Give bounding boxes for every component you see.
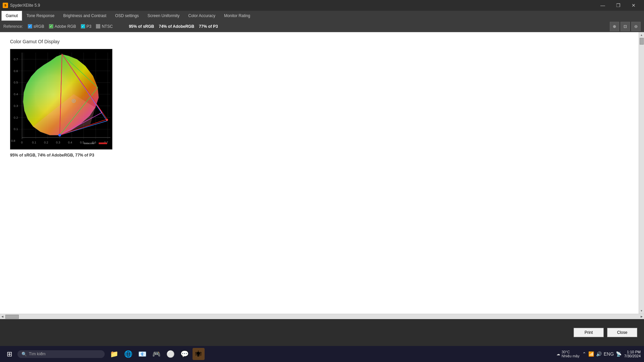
app-icon: S xyxy=(3,3,8,8)
srgb-label: sRGB xyxy=(34,24,44,29)
tab-brightness-contrast[interactable]: Brightness and Contrast xyxy=(59,11,111,21)
nav-bar: Gamut Tone Response Brightness and Contr… xyxy=(0,11,644,21)
svg-text:0.2: 0.2 xyxy=(14,116,18,119)
svg-point-44 xyxy=(106,119,108,121)
taskbar-spyder-icon[interactable]: 🕷 xyxy=(193,348,205,360)
srgb-value: 95% of sRGB xyxy=(129,24,154,29)
scroll-up-arrow[interactable]: ▲ xyxy=(640,33,644,37)
scroll-thumb[interactable] xyxy=(640,38,644,45)
date-display: 7/30/2024 xyxy=(624,354,641,358)
horizontal-scrollbar[interactable]: ◀ ▶ xyxy=(0,314,644,319)
p3-checkbox[interactable]: ✓ xyxy=(81,24,85,28)
close-action-button[interactable]: Close xyxy=(607,328,637,337)
svg-text:0.1: 0.1 xyxy=(14,127,18,131)
bottom-bar: Print Close xyxy=(0,319,644,346)
svg-text:0.3: 0.3 xyxy=(56,141,60,144)
cie-chart: 0 0.1 0.2 0.3 0.4 0.5 0.6 0.7 0.1 0.2 0.… xyxy=(10,49,112,149)
title-bar: S SpyderXElite 5.9 — ❐ ✕ xyxy=(0,0,644,11)
reference-label: Reference: xyxy=(3,24,23,29)
clock[interactable]: 1:10 PM 7/30/2024 xyxy=(624,350,641,358)
svg-text:datacolor: datacolor xyxy=(84,142,95,145)
tab-gamut[interactable]: Gamut xyxy=(1,11,22,21)
svg-text:0.7: 0.7 xyxy=(14,58,18,61)
content-area: Color Gamut Of Display xyxy=(0,32,639,314)
srgb-checkbox[interactable]: ✓ xyxy=(28,24,32,28)
taskbar-right: ☁ 30°C Nhiều mây ⌃ 📶 🔊 ENG 📡 1:10 PM 7/3… xyxy=(556,350,641,358)
app-title: SpyderXElite 5.9 xyxy=(10,3,40,8)
language-label[interactable]: ENG xyxy=(604,351,614,357)
taskbar-chrome-icon[interactable]: ⚪ xyxy=(164,348,176,360)
start-button[interactable]: ⊞ xyxy=(3,348,15,360)
adobe-rgb-value: 74% of AdobeRGB xyxy=(159,24,194,29)
taskbar-outlook-icon[interactable]: 📧 xyxy=(136,348,148,360)
restore-button[interactable]: ❐ xyxy=(610,0,626,11)
tab-osd-settings[interactable]: OSD settings xyxy=(111,11,143,21)
ref-p3: ✓ P3 xyxy=(81,24,92,29)
svg-rect-46 xyxy=(99,142,107,144)
network-icon[interactable]: 📶 xyxy=(588,351,594,357)
svg-text:0.3: 0.3 xyxy=(14,104,18,108)
ntsc-checkbox[interactable] xyxy=(96,24,100,28)
svg-point-42 xyxy=(73,100,74,102)
section-title: Color Gamut Of Display xyxy=(10,39,629,44)
zoom-out-button[interactable]: ⊖ xyxy=(631,22,641,31)
scroll-down-arrow[interactable]: ▼ xyxy=(640,309,644,313)
chevron-up-icon[interactable]: ⌃ xyxy=(582,351,586,357)
search-icon: 🔍 xyxy=(21,352,27,357)
zoom-in-button[interactable]: ⊕ xyxy=(610,22,619,31)
scroll-right-arrow[interactable]: ▶ xyxy=(639,315,644,318)
ref-adobe-rgb: ✓ Adobe RGB xyxy=(49,24,76,29)
scroll-left-arrow[interactable]: ◀ xyxy=(0,315,5,318)
weather-widget: ☁ 30°C Nhiều mây xyxy=(556,350,579,358)
weather-desc: Nhiều mây xyxy=(561,354,579,358)
minimize-button[interactable]: — xyxy=(595,0,610,11)
p3-label: P3 xyxy=(87,24,92,29)
adobe-rgb-checkbox[interactable]: ✓ xyxy=(49,24,53,28)
taskbar-search[interactable]: 🔍 xyxy=(17,350,105,358)
tab-screen-uniformity[interactable]: Screen Uniformity xyxy=(143,11,184,21)
tab-tone-response[interactable]: Tone Response xyxy=(22,11,59,21)
taskbar-files-icon[interactable]: 📁 xyxy=(108,348,120,360)
windows-logo-icon: ⊞ xyxy=(7,350,12,358)
svg-text:0.4: 0.4 xyxy=(14,93,18,96)
taskbar-msg-icon[interactable]: 💬 xyxy=(178,348,191,360)
wifi-icon[interactable]: 📡 xyxy=(616,351,622,357)
time-display: 1:10 PM xyxy=(624,350,641,354)
window-controls: — ❐ ✕ xyxy=(595,0,641,11)
weather-temp: 30°C xyxy=(561,350,579,354)
svg-text:0.1: 0.1 xyxy=(32,141,36,144)
svg-text:0.2: 0.2 xyxy=(44,141,48,144)
taskbar-browser-icon[interactable]: 🌐 xyxy=(122,348,134,360)
taskbar-steam-icon[interactable]: 🎮 xyxy=(150,348,162,360)
zoom-fit-button[interactable]: ⊡ xyxy=(621,22,630,31)
svg-point-43 xyxy=(58,134,61,136)
chart-caption: 95% of sRGB, 74% of AdobeRGB, 77% of P3 xyxy=(10,153,629,158)
taskbar-app-icons: 📁 🌐 📧 🎮 ⚪ 💬 🕷 xyxy=(108,348,205,360)
svg-text:0.5: 0.5 xyxy=(14,81,18,84)
volume-icon[interactable]: 🔊 xyxy=(596,351,602,357)
close-button[interactable]: ✕ xyxy=(626,0,641,11)
ref-ntsc: NTSC xyxy=(96,24,113,29)
tab-color-accuracy[interactable]: Color Accuracy xyxy=(184,11,220,21)
svg-text:0.4: 0.4 xyxy=(68,141,72,144)
svg-text:0.8: 0.8 xyxy=(11,139,15,142)
vertical-scrollbar[interactable]: ▲ ▼ xyxy=(639,32,644,314)
ref-srgb: ✓ sRGB xyxy=(28,24,44,29)
title-bar-left: S SpyderXElite 5.9 xyxy=(3,3,40,8)
system-tray: ⌃ 📶 🔊 ENG 📡 xyxy=(582,351,622,357)
svg-text:0: 0 xyxy=(21,141,23,144)
print-button[interactable]: Print xyxy=(574,328,604,337)
hscroll-thumb[interactable] xyxy=(5,315,19,319)
tab-monitor-rating[interactable]: Monitor Rating xyxy=(220,11,255,21)
zoom-toolbar: ⊕ ⊡ ⊖ xyxy=(610,22,641,31)
svg-text:0.6: 0.6 xyxy=(14,69,18,73)
taskbar: ⊞ 🔍 📁 🌐 📧 🎮 ⚪ 💬 🕷 ☁ 30°C Nhiều mây ⌃ 📶 🔊… xyxy=(0,346,644,362)
p3-value: 77% of P3 xyxy=(199,24,218,29)
reference-bar: Reference: ✓ sRGB ✓ Adobe RGB ✓ P3 NTSC … xyxy=(0,21,644,32)
ntsc-label: NTSC xyxy=(102,24,113,29)
adobe-rgb-label: Adobe RGB xyxy=(55,24,76,29)
weather-icon: ☁ xyxy=(556,352,560,356)
search-input[interactable] xyxy=(29,352,89,356)
